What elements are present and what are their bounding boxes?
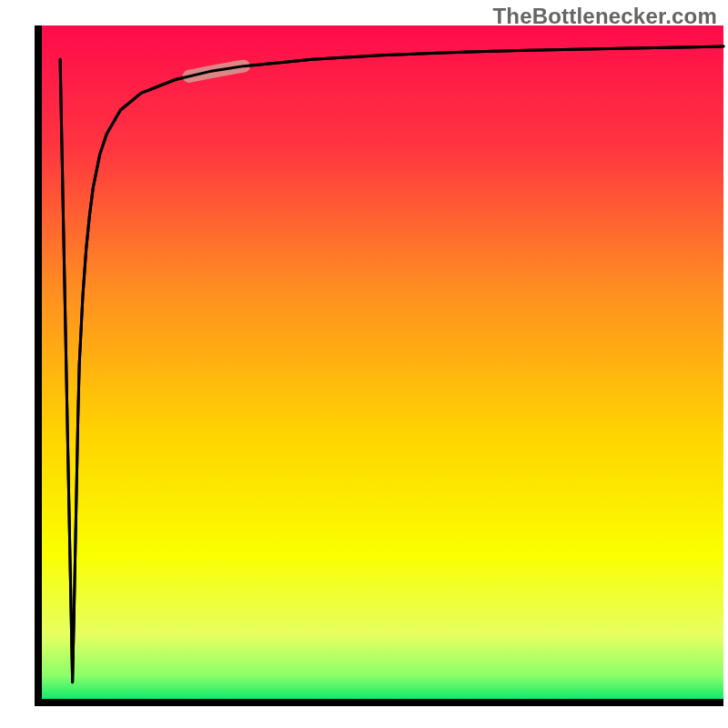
watermark-label: TheBottlenecker.com <box>492 4 717 29</box>
bottleneck-chart: TheBottlenecker.com <box>0 0 728 728</box>
plot-background <box>38 25 723 703</box>
chart-canvas <box>0 0 728 728</box>
